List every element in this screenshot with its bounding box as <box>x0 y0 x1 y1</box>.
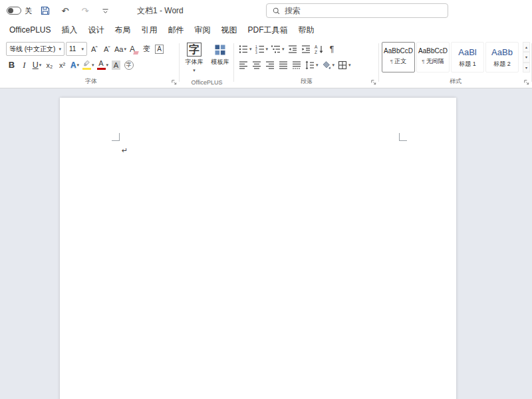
template-library-label: 模板库 <box>211 58 229 66</box>
gallery-up-button[interactable]: ▴ <box>523 42 530 52</box>
font-library-icon: 字 <box>187 43 201 57</box>
highlight-pen-icon <box>82 60 91 70</box>
font-color-button[interactable]: A ▾ <box>96 58 110 72</box>
subscript-button[interactable]: x₂ <box>44 58 55 72</box>
font-name-value: 等线 (中文正文) <box>9 45 55 54</box>
sort-button[interactable] <box>313 42 325 56</box>
template-library-button[interactable]: 模板库 <box>207 41 233 82</box>
style-card-normal[interactable]: AaBbCcD ¶正文 <box>382 42 415 72</box>
document-title: 文档1 - Word <box>137 5 184 17</box>
style-card-heading1[interactable]: AaBl 标题 1 <box>451 42 484 72</box>
bold-button[interactable]: B <box>6 58 17 72</box>
tab-mailings[interactable]: 邮件 <box>162 21 189 39</box>
redo-button[interactable]: ↷ <box>78 4 92 17</box>
dialog-launcher-icon <box>170 78 178 86</box>
enclose-characters-button[interactable]: 字 <box>123 58 134 72</box>
highlight-button[interactable]: ▾ <box>82 58 95 72</box>
tab-view[interactable]: 视图 <box>215 21 242 39</box>
align-center-button[interactable] <box>251 58 263 72</box>
distribute-icon <box>291 60 302 70</box>
align-right-button[interactable] <box>264 58 276 72</box>
tab-officeplus[interactable]: OfficePLUS <box>4 21 56 39</box>
search-icon <box>272 7 281 15</box>
tab-help[interactable]: 帮助 <box>293 21 319 39</box>
superscript-button[interactable]: x² <box>57 58 68 72</box>
clear-formatting-button[interactable]: A <box>128 42 140 56</box>
gallery-expand-button[interactable]: ▾ <box>523 63 530 72</box>
character-shading-button[interactable]: A <box>110 58 122 72</box>
font-dialog-launcher[interactable] <box>170 78 178 86</box>
style-card-heading2[interactable]: AaBb 标题 2 <box>485 42 519 72</box>
font-size-select[interactable]: 11 ▾ <box>66 42 87 56</box>
multilevel-list-button[interactable]: ▾ <box>270 42 285 56</box>
chevron-down-icon: ▾ <box>316 63 319 68</box>
phonetic-guide-button[interactable]: 变 <box>141 42 152 56</box>
undo-button[interactable]: ↶ <box>59 4 72 17</box>
toggle-switch-icon <box>7 7 21 15</box>
distribute-button[interactable] <box>291 58 303 72</box>
customize-toolbar-button[interactable] <box>98 4 112 17</box>
paragraph-dialog-launcher[interactable] <box>369 78 377 86</box>
justify-button[interactable] <box>277 58 289 72</box>
tab-insert[interactable]: 插入 <box>56 21 82 39</box>
document-canvas[interactable]: ↵ <box>0 88 532 399</box>
styles-group-label: 样式 <box>379 77 532 86</box>
tab-design[interactable]: 设计 <box>82 21 109 39</box>
borders-icon <box>337 60 348 70</box>
grow-font-button[interactable]: Aˆ <box>88 42 100 56</box>
text-effects-button[interactable]: A▾ <box>69 58 80 72</box>
eraser-icon <box>133 51 139 55</box>
numbering-button[interactable]: ▾ <box>254 42 269 56</box>
line-spacing-button[interactable]: ▾ <box>304 58 319 72</box>
autosave-toggle[interactable]: 关 <box>7 6 32 16</box>
chevron-down-icon: ▾ <box>106 63 109 68</box>
style-card-no-spacing[interactable]: AaBbCcD ¶无间隔 <box>416 42 450 72</box>
chevron-down-icon: ▾ <box>79 47 84 52</box>
increase-indent-icon <box>301 44 311 55</box>
tab-review[interactable]: 审阅 <box>189 21 215 39</box>
document-page[interactable]: ↵ <box>60 98 456 399</box>
search-box[interactable] <box>266 3 448 18</box>
show-marks-button[interactable]: ¶ <box>327 42 338 56</box>
align-right-icon <box>265 60 275 70</box>
numbering-icon <box>255 44 265 55</box>
paragraph-mark: ↵ <box>122 146 128 155</box>
chevron-down-icon: ▾ <box>348 63 351 68</box>
justify-icon <box>278 60 289 70</box>
gallery-down-button[interactable]: ▾ <box>523 52 530 62</box>
multilevel-list-icon <box>271 44 281 55</box>
dialog-launcher-icon <box>523 78 530 86</box>
font-library-button[interactable]: 字 字体库 ▾ <box>182 41 207 82</box>
chevron-down-icon: ▾ <box>525 55 527 59</box>
decrease-indent-button[interactable] <box>287 42 299 56</box>
chevron-down-icon: ▾ <box>332 63 335 68</box>
officeplus-group: 字 字体库 ▾ 模板库 OfficePLUS <box>180 39 234 88</box>
save-icon <box>40 5 51 16</box>
align-left-button[interactable] <box>237 58 249 72</box>
bullets-icon <box>238 44 249 55</box>
bullets-button[interactable]: ▾ <box>237 42 253 56</box>
shading-button[interactable]: ▾ <box>321 58 336 72</box>
dialog-launcher-icon <box>370 78 377 86</box>
borders-button[interactable]: ▾ <box>336 58 352 72</box>
tab-pdf-toolbox[interactable]: PDF工具箱 <box>242 21 293 39</box>
gallery-expand-icon: ▾ <box>525 65 527 70</box>
tab-references[interactable]: 引用 <box>136 21 162 39</box>
save-button[interactable] <box>39 4 52 17</box>
font-library-label: 字体库 <box>186 58 203 66</box>
align-center-icon <box>251 60 262 70</box>
styles-dialog-launcher[interactable] <box>522 78 530 86</box>
character-border-button[interactable]: A <box>154 42 165 56</box>
underline-button[interactable]: U▾ <box>31 58 43 72</box>
chevron-down-icon: ▾ <box>92 63 94 68</box>
template-library-icon <box>213 43 227 57</box>
tab-layout[interactable]: 布局 <box>109 21 136 39</box>
font-name-select[interactable]: 等线 (中文正文) ▾ <box>6 42 65 56</box>
increase-indent-button[interactable] <box>300 42 312 56</box>
change-case-button[interactable]: Aa▾ <box>114 42 127 56</box>
italic-button[interactable]: I <box>19 58 30 72</box>
search-input[interactable] <box>285 6 442 15</box>
shrink-font-button[interactable]: Aˇ <box>101 42 112 56</box>
ribbon-tab-bar: OfficePLUS 插入 设计 布局 引用 邮件 审阅 视图 PDF工具箱 帮… <box>0 21 532 39</box>
chevron-down-icon: ▾ <box>39 63 42 68</box>
